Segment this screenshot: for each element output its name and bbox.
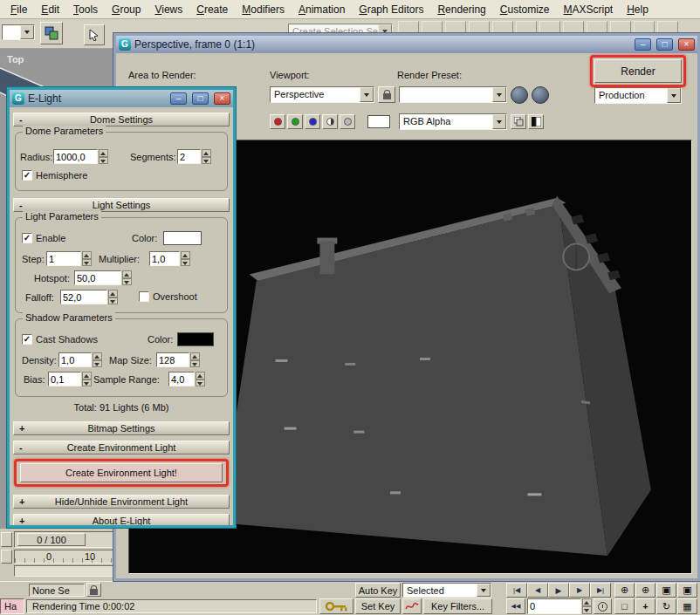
hotspot-field[interactable]: [74, 270, 121, 285]
elight-titlebar[interactable]: G E-Light – □ ×: [10, 90, 233, 107]
viewport-label[interactable]: Top: [7, 54, 24, 65]
close-button[interactable]: ×: [214, 92, 230, 105]
play-button[interactable]: ▶: [548, 583, 569, 598]
density-spinner[interactable]: [93, 352, 102, 367]
auto-key-button[interactable]: Auto Key: [355, 583, 401, 598]
render-button[interactable]: Render: [594, 59, 682, 83]
multiplier-field[interactable]: [149, 251, 180, 266]
menu-customize[interactable]: Customize: [493, 1, 557, 18]
open-track-view-button[interactable]: [1, 550, 12, 564]
menu-file[interactable]: File: [3, 1, 34, 18]
maximize-button[interactable]: □: [192, 92, 209, 105]
rollout-light-settings[interactable]: - Light Settings: [13, 198, 230, 212]
minimize-button[interactable]: –: [170, 92, 187, 105]
time-slider-track[interactable]: 0 / 100: [14, 531, 113, 548]
named-selection-combo[interactable]: [2, 24, 35, 40]
zoom-icon[interactable]: ⊕: [614, 583, 635, 598]
channel-display-select[interactable]: RGB Alpha: [399, 113, 507, 130]
menu-modifiers[interactable]: Modifiers: [235, 1, 292, 18]
next-frame-button[interactable]: ▶: [569, 583, 590, 598]
select-object-button[interactable]: [84, 24, 105, 45]
multiplier-spinner[interactable]: [181, 251, 190, 266]
frame-spinner[interactable]: [582, 598, 592, 614]
zoom-extents-all-icon[interactable]: ▣: [677, 583, 697, 598]
sample-range-field[interactable]: [168, 372, 195, 386]
time-configuration-button[interactable]: [594, 598, 612, 614]
chevron-down-icon[interactable]: [477, 584, 491, 597]
lock-viewport-button[interactable]: [378, 86, 395, 103]
chevron-down-icon[interactable]: [492, 87, 506, 102]
go-to-start-button[interactable]: |◀: [506, 583, 527, 598]
minimize-button[interactable]: –: [635, 38, 651, 51]
layer-manager-button[interactable]: [40, 22, 63, 44]
key-filters-button[interactable]: Key Filters...: [423, 598, 492, 614]
maximize-viewport-toggle-icon[interactable]: ▦: [677, 598, 697, 614]
menu-create[interactable]: Create: [189, 1, 235, 18]
rollout-bitmap-settings[interactable]: + Bitmap Settings: [13, 421, 230, 435]
arc-rotate-icon[interactable]: ↻: [656, 598, 676, 614]
background-color-swatch[interactable]: [367, 115, 390, 128]
zoom-region-icon[interactable]: □: [614, 598, 635, 614]
radius-field[interactable]: [53, 149, 98, 164]
density-field[interactable]: [58, 352, 92, 367]
menu-rendering[interactable]: Rendering: [430, 1, 492, 18]
falloff-spinner[interactable]: [108, 290, 118, 304]
menu-tools[interactable]: Tools: [66, 1, 105, 18]
blue-channel-button[interactable]: [305, 114, 320, 129]
chevron-down-icon[interactable]: [20, 25, 34, 39]
shadow-color-swatch[interactable]: [177, 332, 214, 346]
cast-shadows-checkbox[interactable]: ✓: [22, 334, 32, 345]
zoom-all-icon[interactable]: ⊕: [635, 583, 655, 598]
close-button[interactable]: ×: [678, 38, 695, 51]
key-mode-toggle-button[interactable]: ◀◀: [506, 598, 525, 614]
create-environment-light-button[interactable]: Create Environment Light!: [20, 463, 223, 482]
maximize-button[interactable]: □: [656, 38, 673, 51]
set-key-button[interactable]: Set Key: [355, 598, 401, 614]
maxscript-mini-listener[interactable]: Ha: [0, 598, 24, 614]
go-to-end-button[interactable]: ▶|: [590, 583, 611, 598]
menu-help[interactable]: Help: [620, 1, 655, 18]
map-size-spinner[interactable]: [190, 352, 200, 367]
vfb-titlebar[interactable]: G Perspective, frame 0 (1:1) – □ ×: [116, 36, 697, 53]
time-slider-button[interactable]: 0 / 100: [17, 533, 86, 546]
rollout-dome-settings[interactable]: - Dome Settings: [13, 113, 230, 126]
menu-edit[interactable]: Edit: [34, 1, 66, 18]
step-spinner[interactable]: [82, 251, 92, 266]
map-size-field[interactable]: [156, 352, 189, 367]
zoom-extents-icon[interactable]: ▣: [656, 583, 676, 598]
menu-views[interactable]: Views: [148, 1, 189, 18]
environment-effects-icon[interactable]: [532, 86, 549, 104]
set-keys-button[interactable]: [319, 598, 353, 614]
clone-rendered-frame-button[interactable]: [511, 114, 526, 129]
mono-channel-button[interactable]: [322, 114, 338, 129]
step-field[interactable]: [46, 251, 81, 266]
render-preset-select[interactable]: [399, 86, 507, 103]
previous-frame-button[interactable]: ◀: [527, 583, 548, 598]
chevron-down-icon[interactable]: [492, 114, 506, 129]
rollout-create-environment-light[interactable]: - Create Environment Light: [13, 441, 230, 454]
key-selection-select[interactable]: Selected: [402, 583, 491, 598]
track-bar[interactable]: [14, 565, 113, 577]
falloff-field[interactable]: [60, 290, 107, 304]
bias-spinner[interactable]: [82, 372, 92, 386]
overshoot-checkbox[interactable]: [139, 291, 149, 302]
red-channel-button[interactable]: [270, 114, 285, 129]
selection-lock-button[interactable]: [86, 583, 101, 597]
chevron-down-icon[interactable]: [360, 87, 374, 102]
production-select[interactable]: Production: [594, 87, 682, 104]
bias-field[interactable]: [48, 372, 81, 386]
enable-checkbox[interactable]: ✓: [22, 233, 32, 243]
render-setup-icon[interactable]: [511, 86, 528, 104]
hotspot-spinner[interactable]: [122, 270, 132, 285]
sample-range-spinner[interactable]: [196, 372, 205, 386]
menu-group[interactable]: Group: [105, 1, 148, 18]
green-channel-button[interactable]: [287, 114, 303, 129]
new-key-default-in-out-button[interactable]: [402, 598, 422, 614]
rollout-hide-unhide[interactable]: + Hide/Unhide Environment Light: [13, 495, 230, 509]
alpha-channel-button[interactable]: [340, 114, 355, 129]
current-frame-field[interactable]: [527, 598, 581, 614]
timeline-ruler[interactable]: 0 10: [14, 550, 113, 564]
menu-maxscript[interactable]: MAXScript: [557, 1, 621, 18]
toggle-ui-button[interactable]: [528, 114, 544, 129]
rollout-about[interactable]: + About E-Light: [13, 514, 230, 528]
